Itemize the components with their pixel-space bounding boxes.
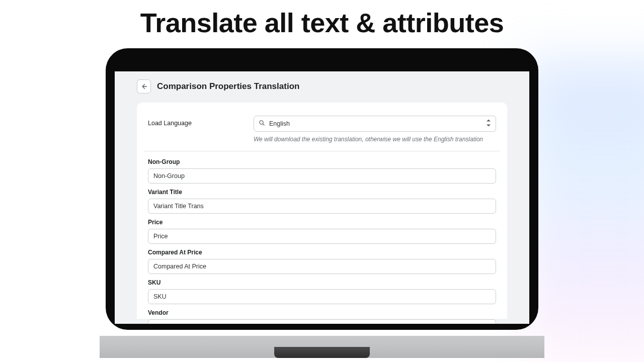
field-price: Price <box>144 219 500 249</box>
price-input[interactable] <box>148 229 496 244</box>
arrow-left-icon <box>140 83 147 90</box>
load-language-control: English We will download the existing tr… <box>254 116 496 143</box>
promo-headline: Translate all text & attributes <box>0 7 644 38</box>
field-compared-at-price: Compared At Price <box>144 249 500 279</box>
laptop-mockup: Comparison Properties Translation Load L… <box>106 48 538 330</box>
laptop-notch <box>274 347 370 358</box>
page-title: Comparison Properties Translation <box>157 81 299 92</box>
translation-fields: Non-Group Variant Title Price Compared A… <box>144 151 500 324</box>
field-variant-title: Variant Title <box>144 189 500 219</box>
vendor-input[interactable] <box>148 319 496 324</box>
settings-card: Load Language English We will download t… <box>137 103 507 319</box>
language-selected-value: English <box>269 120 290 127</box>
language-helper-text: We will download the existing translatio… <box>254 136 496 143</box>
field-label: Variant Title <box>148 189 496 196</box>
field-label: Compared At Price <box>148 249 496 256</box>
back-button[interactable] <box>137 79 151 94</box>
field-label: Vendor <box>148 309 496 316</box>
field-sku: SKU <box>144 279 500 309</box>
field-label: Price <box>148 219 496 226</box>
load-language-row: Load Language English We will download t… <box>144 116 500 151</box>
compared-at-price-input[interactable] <box>148 259 496 274</box>
laptop-bezel: Comparison Properties Translation Load L… <box>106 48 538 330</box>
updown-icon <box>486 120 491 128</box>
background-glow <box>523 60 644 362</box>
field-label: Non-Group <box>148 158 496 165</box>
search-icon <box>259 120 265 128</box>
field-label: SKU <box>148 279 496 286</box>
field-non-group: Non-Group <box>144 158 500 189</box>
page-header: Comparison Properties Translation <box>115 71 529 101</box>
app-screen: Comparison Properties Translation Load L… <box>115 71 529 324</box>
variant-title-input[interactable] <box>148 199 496 214</box>
non-group-input[interactable] <box>148 168 496 184</box>
field-vendor: Vendor <box>144 309 500 324</box>
language-select[interactable]: English <box>254 116 496 132</box>
sku-input[interactable] <box>148 289 496 304</box>
load-language-label: Load Language <box>148 116 249 127</box>
